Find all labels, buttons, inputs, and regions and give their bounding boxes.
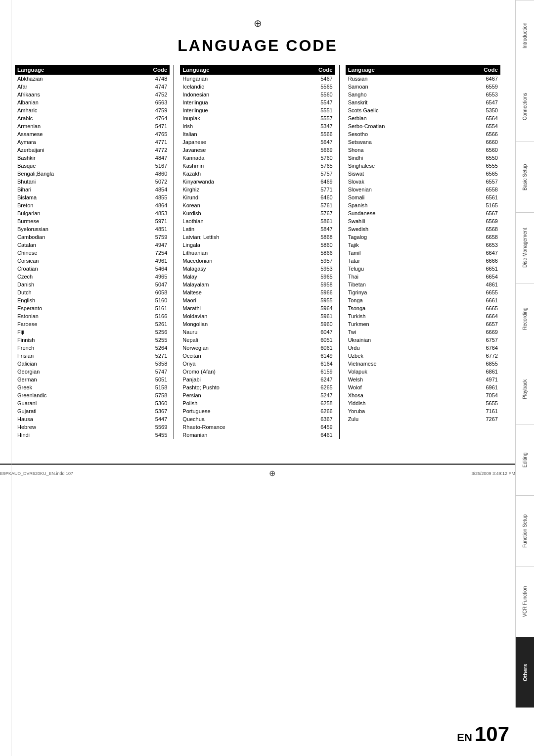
language-name: Kazakh [180, 170, 290, 178]
table-row: Galician5358 [15, 360, 170, 368]
table-row: Vietnamese6855 [346, 360, 500, 368]
language-name: Finnish [15, 336, 121, 344]
language-name: Maori [180, 296, 290, 304]
language-code: 4854 [121, 186, 170, 193]
table-row: Setswana6660 [346, 138, 500, 146]
language-name: Tibetan [346, 281, 452, 288]
language-name: Russian [346, 75, 452, 83]
language-name: German [15, 376, 121, 383]
language-code: 6764 [452, 344, 500, 352]
table-row: Macedonian5957 [180, 257, 335, 265]
table-row: Assamese4765 [15, 130, 170, 138]
table-row: Yiddish5655 [346, 399, 500, 407]
language-name: Serbo-Croatian [346, 122, 452, 130]
language-name: Wolof [346, 383, 452, 391]
language-code: 5447 [121, 415, 170, 423]
language-name: Croatian [15, 265, 121, 273]
language-name: English [15, 296, 121, 304]
language-name: Volapuk [346, 368, 452, 376]
language-code: 5471 [121, 122, 170, 130]
language-name: Catalan [15, 241, 121, 249]
table-row: Moldavian5961 [180, 312, 335, 320]
language-code: 6569 [452, 217, 500, 225]
table-row: Mongolian5960 [180, 320, 335, 328]
language-code: 5566 [291, 130, 335, 138]
table-row: Thai6654 [346, 273, 500, 281]
language-code: 5966 [291, 288, 335, 296]
language-name: Xhosa [346, 391, 452, 399]
language-name: Georgian [15, 368, 121, 376]
table-row: Twi6669 [346, 328, 500, 336]
language-code: 5464 [121, 265, 170, 273]
language-code: 5965 [291, 273, 335, 281]
language-code: 4752 [121, 91, 170, 98]
bottom-area: E9PKAUD_DVR620KU_EN.indd 107 ⊕ 3/25/2009… [0, 464, 515, 482]
language-name: Dutch [15, 288, 121, 296]
language-code: 5565 [291, 83, 335, 91]
language-code: 6058 [121, 288, 170, 296]
table-row: Kirundi6460 [180, 193, 335, 201]
table-row: Finnish5255 [15, 336, 170, 344]
page-lang-label: EN [457, 731, 472, 744]
table-row: Marathi5964 [180, 304, 335, 312]
language-code: 6265 [291, 383, 335, 391]
table-row: Nauru6047 [180, 328, 335, 336]
language-code: 6467 [452, 75, 500, 83]
language-name: Kannada [180, 154, 290, 162]
table-row: Gujarati5367 [15, 407, 170, 415]
language-code: 4771 [121, 138, 170, 146]
sidebar-section-recording: Recording [516, 283, 534, 354]
language-name: Oriya [180, 360, 290, 368]
table-row: Kurdish5767 [180, 209, 335, 217]
table-row: Abkhazian4748 [15, 75, 170, 83]
table-row: Greek5158 [15, 383, 170, 391]
table-row: Tigrinya6655 [346, 288, 500, 296]
language-name: Faroese [15, 320, 121, 328]
language-code: 5964 [291, 304, 335, 312]
language-name: Aymara [15, 138, 121, 146]
language-code: 6547 [452, 98, 500, 106]
language-code: 5953 [291, 265, 335, 273]
language-name: Bashkir [15, 154, 121, 162]
table-row: Oriya6164 [180, 360, 335, 368]
language-code: 4747 [121, 83, 170, 91]
language-table-2: LanguageCodeHungarian5467Icelandic5565In… [180, 65, 335, 439]
column-3: LanguageCodeRussian6467Samoan6559Sangho6… [339, 65, 500, 439]
language-name: Vietnamese [346, 360, 452, 368]
table-row: Urdu6764 [346, 344, 500, 352]
language-name: Maltese [180, 288, 290, 296]
language-code: 5255 [121, 336, 170, 344]
language-code: 7161 [452, 407, 500, 415]
language-code: 5158 [121, 383, 170, 391]
sidebar-section-playback: Playback [516, 354, 534, 425]
language-name: Tigrinya [346, 288, 452, 296]
language-code: 6159 [291, 368, 335, 376]
language-code: 4847 [121, 154, 170, 162]
table-row: Byelorussian4851 [15, 225, 170, 233]
table-row: Hausa5447 [15, 415, 170, 423]
language-code: 5165 [452, 201, 500, 209]
table-row: Tajik6653 [346, 241, 500, 249]
language-name: Moldavian [180, 312, 290, 320]
table-row: Welsh4971 [346, 376, 500, 383]
language-name: Twi [346, 328, 452, 336]
language-code: 5847 [291, 225, 335, 233]
language-code: 6061 [291, 344, 335, 352]
language-code: 5247 [291, 391, 335, 399]
page-container: IntroductionConnectionsBasic SetupDisc M… [0, 0, 534, 756]
language-code: 5957 [291, 257, 335, 265]
table-row: Kazakh5757 [180, 170, 335, 178]
language-code: 5264 [121, 344, 170, 352]
language-code: 6563 [121, 98, 170, 106]
table-row: Danish5047 [15, 281, 170, 288]
language-code: 6266 [291, 407, 335, 415]
language-code: 6469 [291, 178, 335, 186]
table-row: Bashkir4847 [15, 154, 170, 162]
language-name: Telugu [346, 265, 452, 273]
language-code: 5350 [452, 106, 500, 114]
language-name: Indonesian [180, 91, 290, 98]
language-code: 6757 [452, 336, 500, 344]
language-code: 7254 [121, 249, 170, 257]
table-row: Hebrew5569 [15, 423, 170, 431]
table-row: Singhalese6555 [346, 162, 500, 170]
